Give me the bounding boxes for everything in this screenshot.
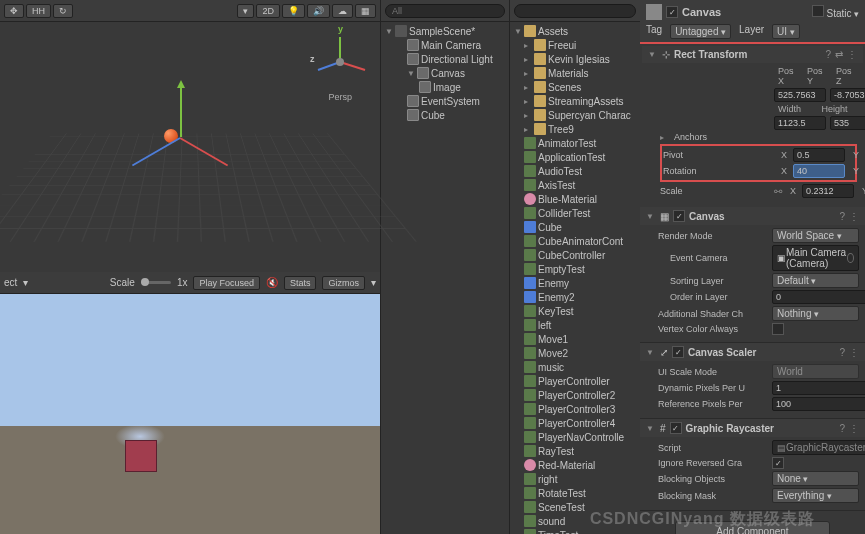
project-item[interactable]: ▸StreamingAssets <box>510 94 640 108</box>
object-name[interactable]: Canvas <box>682 6 721 18</box>
component-enable-checkbox[interactable] <box>670 422 682 434</box>
width-input[interactable] <box>774 116 826 130</box>
add-component-button[interactable]: Add Component <box>675 521 829 534</box>
project-item[interactable]: Enemy <box>510 276 640 290</box>
blocking-mask-dropdown[interactable]: Everything ▾ <box>772 488 859 503</box>
project-item[interactable]: Red-Material <box>510 458 640 472</box>
project-item[interactable]: PlayerNavControlle <box>510 430 640 444</box>
shader-channels-dropdown[interactable]: Nothing ▾ <box>772 306 859 321</box>
component-header[interactable]: ▼#Graphic Raycaster? ⋮ <box>640 419 865 437</box>
hierarchy-item[interactable]: EventSystem <box>381 94 509 108</box>
audio-icon[interactable]: 🔊 <box>307 4 330 18</box>
project-search-input[interactable] <box>514 4 636 18</box>
help-icon[interactable]: ? <box>839 347 845 358</box>
stats-toggle[interactable]: Stats <box>284 276 317 290</box>
project-item[interactable]: PlayerController2 <box>510 388 640 402</box>
project-item[interactable]: ▸Materials <box>510 66 640 80</box>
project-item[interactable]: AudioTest <box>510 164 640 178</box>
scale-slider[interactable] <box>141 281 171 284</box>
hierarchy-item[interactable]: Main Camera <box>381 38 509 52</box>
active-checkbox[interactable] <box>666 6 678 18</box>
project-item[interactable]: KeyTest <box>510 304 640 318</box>
project-item[interactable]: PlayerController3 <box>510 402 640 416</box>
project-item[interactable]: ▸Scenes <box>510 80 640 94</box>
component-header[interactable]: ▼▦Canvas? ⋮ <box>640 207 865 225</box>
mute-icon[interactable]: 🔇 <box>266 277 278 288</box>
project-item[interactable]: EmptyTest <box>510 262 640 276</box>
project-item[interactable]: Enemy2 <box>510 290 640 304</box>
orientation-gizmo[interactable]: y z <box>310 32 370 92</box>
rotx-input[interactable] <box>793 164 845 178</box>
project-item[interactable]: right <box>510 472 640 486</box>
perspective-label[interactable]: Persp <box>328 92 352 102</box>
project-item[interactable]: ▸Supercyan Charac <box>510 108 640 122</box>
project-item[interactable]: SceneTest <box>510 500 640 514</box>
hierarchy-search-input[interactable] <box>385 4 505 18</box>
project-item[interactable]: left <box>510 318 640 332</box>
ignore-reversed-checkbox[interactable] <box>772 457 784 469</box>
hierarchy-item[interactable]: ▼Canvas <box>381 66 509 80</box>
project-item[interactable]: Cube <box>510 220 640 234</box>
project-item[interactable]: CubeAnimatorCont <box>510 234 640 248</box>
reference-pixels-input[interactable] <box>772 397 865 411</box>
project-item[interactable]: ▼Assets <box>510 24 640 38</box>
project-item[interactable]: ▸Tree9 <box>510 122 640 136</box>
project-item[interactable]: ColliderTest <box>510 206 640 220</box>
anchors-label[interactable]: Anchors <box>674 132 784 142</box>
menu-icon[interactable]: ⋮ <box>849 423 859 434</box>
aspect-label[interactable]: ect <box>4 277 17 288</box>
preset-icon[interactable]: ⇄ <box>835 49 843 60</box>
object-picker-icon[interactable] <box>847 253 854 263</box>
event-camera-field[interactable]: ▣ Main Camera (Camera) <box>772 245 859 271</box>
scene-viewport[interactable]: y z Persp <box>0 22 380 272</box>
tool-hh[interactable]: HH <box>26 4 51 18</box>
menu-icon[interactable]: ⋮ <box>847 49 857 60</box>
project-item[interactable]: ▸Kevin Iglesias <box>510 52 640 66</box>
menu-icon[interactable]: ⋮ <box>849 211 859 222</box>
grid-icon[interactable]: ▦ <box>355 4 376 18</box>
render-mode-dropdown[interactable]: World Space ▾ <box>772 228 859 243</box>
project-item[interactable]: AxisTest <box>510 178 640 192</box>
pivotx-input[interactable] <box>793 148 845 162</box>
project-item[interactable]: RotateTest <box>510 486 640 500</box>
component-header[interactable]: ▼⤢Canvas Scaler? ⋮ <box>640 343 865 361</box>
order-input[interactable] <box>772 290 865 304</box>
play-focused-dropdown[interactable]: Play Focused <box>193 276 260 290</box>
tool-hand-icon[interactable]: ✥ <box>4 4 24 18</box>
project-item[interactable]: Move1 <box>510 332 640 346</box>
project-item[interactable]: CubeController <box>510 248 640 262</box>
project-item[interactable]: ▸Freeui <box>510 38 640 52</box>
gizmos-toggle[interactable]: Gizmos <box>322 276 365 290</box>
light-icon[interactable]: 💡 <box>282 4 305 18</box>
sorting-layer-dropdown[interactable]: Default ▾ <box>772 273 859 288</box>
project-item[interactable]: TimeTest <box>510 528 640 534</box>
shaded-dropdown[interactable]: ▾ <box>237 4 254 18</box>
hierarchy-item[interactable]: Cube <box>381 108 509 122</box>
help-icon[interactable]: ? <box>825 49 831 60</box>
project-item[interactable]: Blue-Material <box>510 192 640 206</box>
dynamic-pixels-input[interactable] <box>772 381 865 395</box>
hierarchy-item[interactable]: Directional Light <box>381 52 509 66</box>
posy-input[interactable] <box>830 88 865 102</box>
project-item[interactable]: sound <box>510 514 640 528</box>
project-item[interactable]: music <box>510 360 640 374</box>
project-item[interactable]: RayTest <box>510 444 640 458</box>
mode-2d-toggle[interactable]: 2D <box>256 4 280 18</box>
static-checkbox[interactable] <box>812 5 824 17</box>
help-icon[interactable]: ? <box>839 423 845 434</box>
tag-dropdown[interactable]: Untagged ▾ <box>670 24 731 39</box>
component-enable-checkbox[interactable] <box>672 346 684 358</box>
scene-root[interactable]: ▼SampleScene* <box>381 24 509 38</box>
menu-icon[interactable]: ⋮ <box>849 347 859 358</box>
axis-y[interactable] <box>180 82 182 137</box>
tool-rotate-icon[interactable]: ↻ <box>53 4 73 18</box>
blocking-objects-dropdown[interactable]: None ▾ <box>772 471 859 486</box>
height-input[interactable] <box>830 116 865 130</box>
project-item[interactable]: AnimatorTest <box>510 136 640 150</box>
project-item[interactable]: Move2 <box>510 346 640 360</box>
link-icon[interactable]: ⚯ <box>774 186 782 197</box>
hierarchy-item[interactable]: Image <box>381 80 509 94</box>
help-icon[interactable]: ? <box>839 211 845 222</box>
project-item[interactable]: PlayerController <box>510 374 640 388</box>
project-item[interactable]: ApplicationTest <box>510 150 640 164</box>
